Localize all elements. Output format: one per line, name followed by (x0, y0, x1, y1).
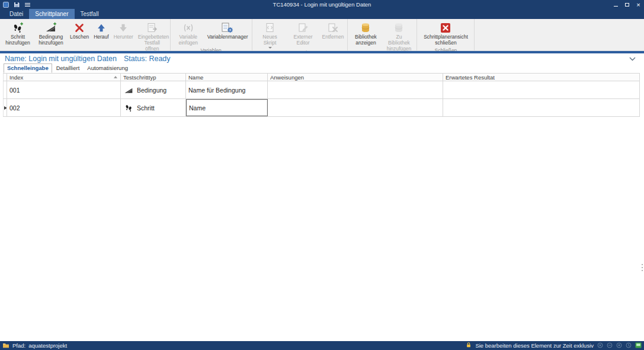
delete-button[interactable]: Löschen (68, 19, 91, 41)
minimize-icon (614, 6, 618, 7)
save-icon[interactable] (13, 1, 20, 8)
tab-datei[interactable]: Datei (4, 9, 29, 19)
new-script-button[interactable]: Neues Skript (254, 19, 286, 49)
row-002-index[interactable]: 002 (7, 99, 121, 116)
document-header: Name: Login mit ungültigen Daten Status:… (0, 53, 644, 64)
restore-button[interactable] (621, 0, 633, 9)
status-icon-3[interactable] (616, 342, 622, 349)
status-icon-4[interactable] (626, 342, 632, 349)
ribbon-group-automation: Neues Skript Externer Editor Entfernen A… (252, 19, 348, 50)
move-down-label: Herunter (114, 34, 133, 40)
application-window: TC140934 - Login mit ungültigen Daten × … (0, 0, 644, 350)
show-library-label: Bibliothek anzeigen (351, 34, 380, 46)
variable-manager-label: Variablenmanager (207, 34, 248, 40)
titlebar-quick-icons (0, 1, 31, 8)
window-controls: × (610, 0, 644, 9)
statusbar: Pfad: aquatestprojekt Sie bearbeiten die… (0, 341, 644, 350)
insert-variable-button[interactable]: Variable einfügen (172, 19, 204, 47)
row-002-anweisungen[interactable] (268, 99, 443, 116)
table-row-001[interactable]: 001 Bedingung Name für Bedingung (3, 81, 640, 99)
column-header-index-label: Index (9, 74, 23, 81)
table-row-002[interactable]: 002 Schritt Name (3, 99, 640, 117)
add-condition-icon (45, 21, 57, 34)
app-icon[interactable] (2, 1, 9, 8)
row-001-anweisungen[interactable] (268, 81, 443, 98)
folder-icon (2, 342, 9, 349)
menu-icon[interactable] (24, 1, 31, 8)
tab-schnelleingabe[interactable]: Schnelleingabe (4, 63, 52, 73)
column-header-name[interactable]: Name (186, 74, 268, 81)
tab-schrittplaner[interactable]: Schrittplaner (29, 9, 74, 19)
tab-automatisierung[interactable]: Automatisierung (84, 63, 132, 73)
variable-manager-button[interactable]: Variablenmanager (206, 19, 250, 41)
open-embedded-testcase-button[interactable]: Eingebetteten Testfall öffnen (136, 19, 168, 52)
path-value[interactable]: aquatestprojekt (28, 342, 67, 349)
add-step-button[interactable]: Schritt hinzufügen (2, 19, 34, 47)
ribbon: Schritt hinzufügen Bedingung hinzufügen … (0, 19, 644, 51)
row-002-type[interactable]: Schritt (121, 99, 186, 116)
row-001-index[interactable]: 001 (7, 81, 121, 98)
ribbon-group-schrittplaner: Schritt hinzufügen Bedingung hinzufügen … (0, 19, 171, 50)
status-icon-2[interactable] (607, 342, 613, 349)
external-editor-icon (297, 21, 309, 34)
condition-wedge-icon (123, 85, 134, 95)
minimize-button[interactable] (610, 0, 621, 9)
row-002-name-editing-cell[interactable]: Name (186, 99, 268, 116)
row-001-selector[interactable] (3, 81, 7, 98)
ribbon-tabstrip: Datei Schrittplaner Testfall (0, 9, 644, 19)
move-down-icon (118, 21, 129, 34)
external-editor-label: Externer Editor (289, 34, 318, 46)
move-up-icon (96, 21, 107, 34)
move-up-label: Herauf (94, 34, 109, 40)
footsteps-icon (123, 103, 134, 113)
show-library-icon (360, 21, 371, 34)
path-label: Pfad: (12, 342, 25, 349)
open-embedded-testcase-icon (146, 21, 158, 34)
connection-status-icon[interactable] (635, 342, 642, 349)
document-status: Status: Ready (124, 55, 171, 63)
column-header-erwartetes-resultat[interactable]: Erwartetes Resultat (443, 74, 640, 81)
column-header-testschritttyp[interactable]: Testschritttyp (121, 74, 186, 81)
close-view-button[interactable]: Schrittplaneransicht schließen (419, 19, 472, 47)
insert-variable-label: Variable einfügen (174, 34, 203, 46)
view-tabs: Schnelleingabe Detailliert Automatisieru… (0, 64, 644, 73)
tab-detailliert[interactable]: Detailliert (53, 63, 84, 73)
remove-script-icon (327, 21, 339, 34)
row-002-erwartetes-resultat[interactable] (443, 99, 640, 116)
status-icon-1[interactable] (597, 342, 603, 349)
row-001-name[interactable]: Name für Bedingung (186, 81, 268, 98)
table-header-row: Index Testschritttyp Name Anweisungen Er… (3, 73, 640, 81)
collapse-header-chevron[interactable] (629, 57, 636, 61)
document-name: Name: Login mit ungültigen Daten (5, 55, 117, 63)
exclusive-lock-message: Sie bearbeiten dieses Element zur Zeit e… (475, 342, 594, 349)
ribbon-group-skript-bibliothek: Bibliothek anzeigen Zu Bibliothek hinzuf… (348, 19, 417, 50)
external-editor-button[interactable]: Externer Editor (287, 19, 319, 47)
restore-icon (625, 3, 629, 7)
row-001-erwartetes-resultat[interactable] (443, 81, 640, 98)
row-001-type[interactable]: Bedingung (121, 81, 186, 98)
remove-script-label: Entfernen (322, 34, 344, 40)
window-title: TC140934 - Login mit ungültigen Daten (0, 1, 644, 8)
add-to-library-button[interactable]: Zu Bibliothek hinzufügen (383, 19, 415, 52)
variable-manager-icon (221, 21, 234, 34)
row-002-selector[interactable] (3, 99, 7, 116)
move-up-button[interactable]: Herauf (92, 19, 111, 41)
show-library-button[interactable]: Bibliothek anzeigen (350, 19, 382, 47)
delete-icon (74, 21, 85, 34)
right-splitter-handle[interactable] (642, 264, 643, 271)
add-step-label: Schritt hinzufügen (4, 34, 32, 46)
add-condition-label: Bedingung hinzufügen (37, 34, 65, 46)
add-step-icon (12, 21, 24, 34)
close-button[interactable]: × (633, 0, 644, 9)
add-condition-button[interactable]: Bedingung hinzufügen (35, 19, 67, 47)
new-script-icon (264, 21, 276, 34)
ribbon-group-schliessen: Schrittplaneransicht schließen Schließen (417, 19, 475, 50)
move-down-button[interactable]: Herunter (112, 19, 135, 41)
column-header-index[interactable]: Index (7, 74, 121, 81)
column-header-anweisungen[interactable]: Anweisungen (268, 74, 443, 81)
remove-script-button[interactable]: Entfernen (321, 19, 346, 41)
tab-testfall[interactable]: Testfall (75, 9, 105, 19)
titlebar: TC140934 - Login mit ungültigen Daten × (0, 0, 644, 9)
ribbon-group-variablen: Variable einfügen Variablenmanager Varia… (171, 19, 252, 50)
open-embedded-testcase-label: Eingebetteten Testfall öffnen (138, 34, 166, 52)
